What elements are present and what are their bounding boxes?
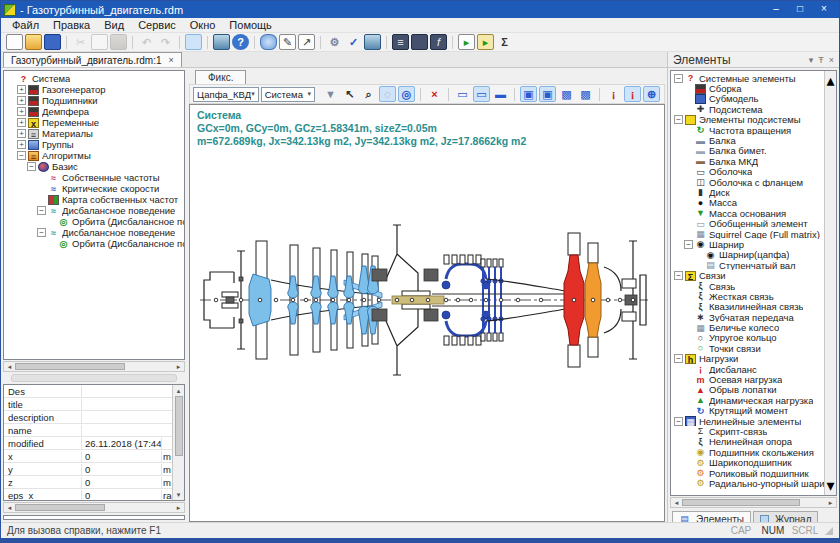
menu-item[interactable]: Правка <box>46 19 97 31</box>
element-item[interactable]: ○ Точки связи <box>671 343 824 353</box>
element-item[interactable]: ξ Квазилинейная связь <box>671 302 824 312</box>
element-item[interactable]: ▮ Диск <box>671 187 824 197</box>
run-yellow-icon[interactable]: ▸ <box>477 34 494 50</box>
expander-icon[interactable]: − <box>674 74 683 83</box>
expander-icon[interactable]: + <box>17 107 26 116</box>
chevron-down-icon[interactable]: ▾ <box>809 55 814 65</box>
element-item[interactable]: ▤ Ступенчатый вал <box>671 260 824 270</box>
tree-hscrollbar[interactable]: ◂▸ <box>3 361 185 372</box>
property-row[interactable]: eps_x 0 rad <box>4 489 172 500</box>
share-doc-icon[interactable]: ↗ <box>298 34 315 50</box>
property-hscrollbar[interactable]: ◂▸ <box>3 502 185 513</box>
element-item[interactable]: ▬ Балка <box>671 135 824 145</box>
undo-icon[interactable]: ↶ <box>138 34 155 50</box>
expander-icon[interactable]: − <box>17 151 26 160</box>
elements-hscrollbar[interactable]: ◂▸ <box>670 497 837 508</box>
element-item[interactable]: ∗ Зубчатая передача <box>671 312 824 322</box>
tree-item[interactable]: + Подшипники <box>4 95 184 106</box>
element-item[interactable]: ξ Жесткая связь <box>671 291 824 301</box>
resize-grip[interactable] <box>825 527 833 535</box>
element-item[interactable]: Σ Скрипт-связь <box>671 426 824 436</box>
minimize-button[interactable]: – <box>764 2 788 17</box>
open-file-icon[interactable] <box>25 34 42 50</box>
element-item[interactable]: − h Нагрузки <box>671 354 824 364</box>
element-item[interactable]: ξ Связь <box>671 281 824 291</box>
fix-tab[interactable]: Фикс. <box>195 70 246 84</box>
drawing-canvas[interactable]: Система GCx=0m, GCy=0m, GCz=1.58341m, si… <box>189 104 665 522</box>
element-item[interactable]: ◉ Шарнир(цапфа) <box>671 250 824 260</box>
panel-splitter[interactable] <box>11 374 177 382</box>
iso-view-2-icon[interactable]: ▣ <box>539 86 556 102</box>
menu-item[interactable]: Сервис <box>131 19 183 31</box>
redo-icon[interactable]: ↷ <box>157 34 174 50</box>
tree-item[interactable]: − ≈ Дисбалансное поведение <box>4 205 184 216</box>
tree-item[interactable]: ≈ Собственные частоты <box>4 172 184 183</box>
tree-item[interactable]: ◎ Орбита (Дисбалансное поведени <box>4 238 184 249</box>
flat-view-2-icon[interactable]: ▭ <box>473 86 490 102</box>
tab-close-icon[interactable]: × <box>169 55 174 65</box>
element-item[interactable]: m Осевая нагрузка <box>671 374 824 384</box>
element-item[interactable]: ⚙ Радиально-упорный шарикоподш <box>671 478 824 488</box>
element-item[interactable]: ● Масса <box>671 198 824 208</box>
export-cloud-icon[interactable] <box>260 34 277 50</box>
element-item[interactable]: ▲ Обрыв лопатки <box>671 385 824 395</box>
iso-view-3-icon[interactable]: ▩ <box>558 86 575 102</box>
edit-doc-icon[interactable]: ✎ <box>279 34 296 50</box>
menu-item[interactable]: Файл <box>5 19 46 31</box>
element-item[interactable]: ▬ Балка бимет. <box>671 146 824 156</box>
element-item[interactable]: − Σ Связи <box>671 270 824 280</box>
element-item[interactable]: ▭ Обобщенный элемент <box>671 218 824 228</box>
tree-item[interactable]: ≈ Критические скорости <box>4 183 184 194</box>
element-item[interactable]: − ◉ Шарнир <box>671 239 824 249</box>
element-item[interactable]: Субмодель <box>671 94 824 104</box>
expander-icon[interactable]: − <box>27 162 36 171</box>
pin-red-2-icon[interactable]: ¡ <box>624 86 641 102</box>
copy-icon[interactable] <box>91 34 108 50</box>
element-item[interactable]: − Элементы подсистемы <box>671 115 824 125</box>
tree-item[interactable]: + Группы <box>4 139 184 150</box>
new-doc-icon[interactable] <box>6 34 23 50</box>
tree-item[interactable]: + ≡ Материалы <box>4 128 184 139</box>
tree-item[interactable]: + x Переменные <box>4 117 184 128</box>
expander-icon[interactable]: + <box>17 140 26 149</box>
menu-item[interactable]: Вид <box>97 19 131 31</box>
flat-view-3-icon[interactable]: ▬ <box>492 86 509 102</box>
expander-icon[interactable]: + <box>17 129 26 138</box>
image-view-icon[interactable] <box>411 34 428 50</box>
property-row[interactable]: name <box>4 424 172 437</box>
select-free-icon[interactable]: ◌ <box>379 86 396 102</box>
element-item[interactable]: − ? Системные элементы <box>671 73 824 83</box>
check-icon[interactable]: ✓ <box>345 34 362 50</box>
property-row[interactable]: x 0 m <box>4 450 172 463</box>
property-row[interactable]: y 0 m <box>4 463 172 476</box>
expander-icon[interactable]: + <box>17 118 26 127</box>
property-row[interactable]: z 0 m <box>4 476 172 489</box>
expander-icon[interactable]: + <box>17 96 26 105</box>
expander-icon[interactable]: − <box>674 417 683 426</box>
property-row[interactable]: Des <box>4 385 172 398</box>
table-view-icon[interactable] <box>364 34 381 50</box>
tree-item[interactable]: + Газогенератор <box>4 84 184 95</box>
select-circle-icon[interactable]: ◎ <box>398 86 415 102</box>
element-item[interactable]: ⚙ Шарикоподшипник <box>671 457 824 467</box>
element-item[interactable]: ⚙ Роликовый подшипник <box>671 468 824 478</box>
element-item[interactable]: ▬ Балка МКД <box>671 156 824 166</box>
element-item[interactable]: ✚ Подсистема <box>671 104 824 114</box>
element-item[interactable]: − ▦ Нелинейные элементы <box>671 416 824 426</box>
element-item[interactable]: Сборка <box>671 83 824 93</box>
tree-item[interactable]: Карта собственных частот <box>4 194 184 205</box>
element-item[interactable]: ▼ Масса основания <box>671 208 824 218</box>
menu-item[interactable]: Окно <box>183 19 223 31</box>
tree-item[interactable]: + Демпфера <box>4 106 184 117</box>
settings-icon[interactable]: ⚙ <box>326 34 343 50</box>
element-item[interactable]: ▦ Squirrel Cage (Full matrix) <box>671 229 824 239</box>
element-item[interactable]: ○ Упругое кольцо <box>671 333 824 343</box>
preview-icon[interactable] <box>185 34 202 50</box>
iso-view-1-icon[interactable]: ▣ <box>520 86 537 102</box>
element-item[interactable]: ↻ Крутящий момент <box>671 406 824 416</box>
pin-red-icon[interactable]: ¡ <box>605 86 622 102</box>
element-selector[interactable]: Цапфа_КВД ▾ <box>193 87 259 102</box>
run-green-icon[interactable]: ▸ <box>458 34 475 50</box>
iso-view-4-icon[interactable]: ▩ <box>577 86 594 102</box>
zoom-tool-icon[interactable]: ⌕ <box>360 86 377 102</box>
